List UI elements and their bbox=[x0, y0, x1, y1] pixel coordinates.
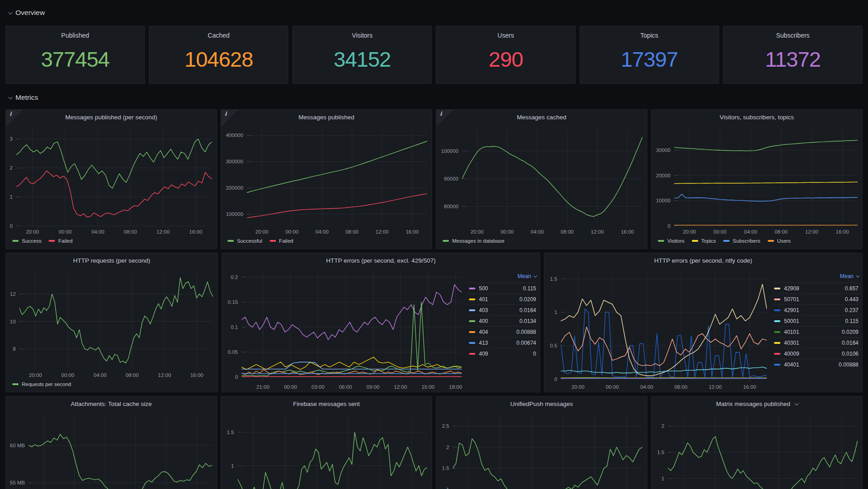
legend-item[interactable]: Failed bbox=[49, 238, 72, 244]
svg-text:16:00: 16:00 bbox=[189, 229, 202, 235]
legend-swatch-icon bbox=[443, 240, 449, 242]
legend-label: Users bbox=[777, 238, 791, 244]
series-mean-value: 0.115 bbox=[845, 318, 858, 324]
legend-label: Visitors bbox=[667, 238, 685, 244]
legend-table-row[interactable]: 4030.0164 bbox=[468, 304, 537, 315]
legend-table-row[interactable]: 4090 bbox=[468, 348, 537, 359]
panel-title: HTTP errors (per second, excl. 429/507) bbox=[326, 257, 435, 264]
legend-item[interactable]: Messages in database bbox=[443, 238, 504, 244]
panel-header[interactable]: HTTP errors (per second, ntfy code) bbox=[544, 253, 862, 268]
svg-text:00:00: 00:00 bbox=[606, 384, 619, 390]
svg-text:1: 1 bbox=[661, 476, 664, 481]
chart-plot[interactable]: 20:0000:0004:0008:0012:0016:0081012 bbox=[6, 268, 217, 380]
legend-table-row[interactable]: 401010.0209 bbox=[773, 326, 859, 337]
svg-text:04:00: 04:00 bbox=[94, 372, 107, 378]
legend-table-row[interactable]: 507010.443 bbox=[773, 293, 859, 304]
panel-title: Messages published (per second) bbox=[65, 114, 158, 121]
stat-cached: Cached 104628 bbox=[149, 26, 288, 84]
panel-header[interactable]: Messages published (per second) bbox=[6, 110, 217, 124]
legend-swatch-icon bbox=[768, 240, 774, 242]
stat-title: Subscribers bbox=[776, 32, 809, 39]
series-code-label: 403 bbox=[479, 307, 488, 313]
legend-item[interactable]: Users bbox=[768, 238, 791, 244]
svg-text:3: 3 bbox=[10, 136, 12, 142]
svg-text:12:00: 12:00 bbox=[158, 372, 171, 378]
legend-item[interactable]: Successful bbox=[227, 238, 262, 244]
section-metrics[interactable]: Metrics bbox=[5, 90, 863, 105]
panel-messages-cached: i Messages cached 20:0000:0004:0008:0012… bbox=[436, 109, 647, 249]
svg-text:12:00: 12:00 bbox=[805, 229, 819, 235]
legend-item[interactable]: Visitors bbox=[658, 238, 685, 244]
chart-plot[interactable]: 20:0000:0004:0008:0012:0016:0000.511.5 bbox=[544, 268, 771, 392]
panel-header[interactable]: Messages published bbox=[221, 110, 432, 124]
panel-header[interactable]: HTTP errors (per second, excl. 429/507) bbox=[222, 253, 540, 268]
mean-column-header[interactable]: Mean bbox=[468, 273, 537, 283]
chart-plot[interactable]: 20:0000:0004:0008:0012:0016:0055 MB60 MB bbox=[6, 411, 217, 489]
legend-table-row[interactable]: 404010.00888 bbox=[773, 359, 859, 370]
series-mean-value: 0.00888 bbox=[839, 362, 858, 368]
legend-label: Topics bbox=[701, 238, 716, 244]
chevron-down-icon[interactable] bbox=[794, 401, 799, 406]
svg-text:0.15: 0.15 bbox=[228, 299, 238, 305]
svg-text:10000: 10000 bbox=[656, 198, 671, 203]
mean-column-header[interactable]: Mean bbox=[773, 273, 859, 283]
legend-table-row[interactable]: 4130.00674 bbox=[468, 337, 537, 348]
panel-header[interactable]: Firebase messages sent bbox=[221, 396, 432, 411]
stat-users: Users 290 bbox=[436, 26, 575, 84]
legend-item[interactable]: Requests per second bbox=[12, 381, 71, 387]
panel-header[interactable]: Messages cached bbox=[436, 110, 647, 124]
panel-header[interactable]: Matrix messages published bbox=[651, 396, 862, 411]
chart-plot[interactable]: 20:0000:0004:0008:0012:0016:001000002000… bbox=[221, 124, 432, 237]
legend-table-row[interactable]: 403010.0164 bbox=[773, 337, 859, 348]
legend-table-row[interactable]: 500010.115 bbox=[773, 315, 859, 326]
legend-table-row[interactable]: 4000.0134 bbox=[468, 315, 537, 326]
section-overview[interactable]: Overview bbox=[5, 5, 863, 20]
chart-plot[interactable]: 20:0000:0004:0008:0012:0016:0011.522.5 bbox=[436, 411, 647, 489]
legend-table: Mean429080.657507010.443429010.237500010… bbox=[773, 273, 859, 370]
legend-swatch-icon bbox=[774, 320, 780, 322]
chart-plot[interactable]: 20:0000:0004:0008:0012:0016:000.511.5 bbox=[221, 411, 432, 489]
stat-value: 104628 bbox=[184, 39, 253, 83]
legend-label: Failed bbox=[58, 238, 72, 244]
legend-swatch-icon bbox=[774, 353, 780, 355]
svg-text:00:00: 00:00 bbox=[59, 229, 72, 235]
svg-text:09:00: 09:00 bbox=[366, 384, 380, 390]
legend-item[interactable]: Subscribers bbox=[723, 238, 760, 244]
svg-text:21:00: 21:00 bbox=[256, 384, 270, 390]
chart-plot[interactable]: 20:0000:0004:0008:0012:0016:000.511.52 bbox=[651, 411, 862, 489]
svg-text:16:00: 16:00 bbox=[621, 229, 634, 235]
legend-table: Mean5000.1154010.02094030.01644000.01344… bbox=[468, 273, 537, 359]
legend-table-row[interactable]: 4010.0209 bbox=[468, 293, 537, 304]
legend-table-row[interactable]: 429080.657 bbox=[773, 283, 859, 293]
svg-text:00:00: 00:00 bbox=[61, 372, 74, 378]
legend-item[interactable]: Success bbox=[12, 238, 41, 244]
panel-header[interactable]: Attachments: Total cache size bbox=[6, 396, 217, 411]
legend-item[interactable]: Failed bbox=[270, 238, 293, 244]
panel-header[interactable]: UnifiedPush messages bbox=[436, 396, 647, 411]
legend-table-row[interactable]: 429010.237 bbox=[773, 304, 859, 315]
panel-header[interactable]: Visitors, subscribers, topics bbox=[651, 110, 862, 124]
legend-swatch-icon bbox=[469, 309, 475, 311]
legend-table-row[interactable]: 4040.00888 bbox=[468, 326, 537, 337]
chart-plot[interactable]: 20:0000:0004:0008:0012:0016:008000090000… bbox=[436, 124, 647, 237]
series-code-label: 42901 bbox=[784, 307, 799, 313]
chart-plot[interactable]: 20:0000:0004:0008:0012:0016:000100002000… bbox=[651, 124, 862, 237]
series-code-label: 40101 bbox=[784, 329, 799, 335]
legend-item[interactable]: Topics bbox=[692, 238, 716, 244]
svg-text:00:00: 00:00 bbox=[714, 229, 727, 235]
svg-text:00:00: 00:00 bbox=[284, 384, 297, 390]
legend-table-row[interactable]: 400090.0106 bbox=[773, 348, 859, 359]
series-mean-value: 0.0134 bbox=[519, 318, 536, 324]
section-title: Metrics bbox=[15, 93, 38, 102]
svg-text:90000: 90000 bbox=[444, 176, 459, 181]
panel-messages-published-total: i Messages published 20:0000:0004:0008:0… bbox=[221, 109, 432, 249]
chart-plot[interactable]: 21:0000:0003:0006:0009:0012:0015:0018:00… bbox=[222, 268, 466, 392]
svg-text:20:00: 20:00 bbox=[572, 384, 585, 390]
chevron-down-icon bbox=[533, 274, 537, 277]
legend-swatch-icon bbox=[12, 240, 19, 242]
chart-plot[interactable]: 20:0000:0004:0008:0012:0016:000123 bbox=[6, 124, 217, 237]
panel-header[interactable]: HTTP requests (per second) bbox=[6, 253, 217, 268]
chevron-down-icon bbox=[8, 95, 13, 99]
series-code-label: 40301 bbox=[784, 340, 799, 346]
legend-table-row[interactable]: 5000.115 bbox=[468, 283, 537, 293]
